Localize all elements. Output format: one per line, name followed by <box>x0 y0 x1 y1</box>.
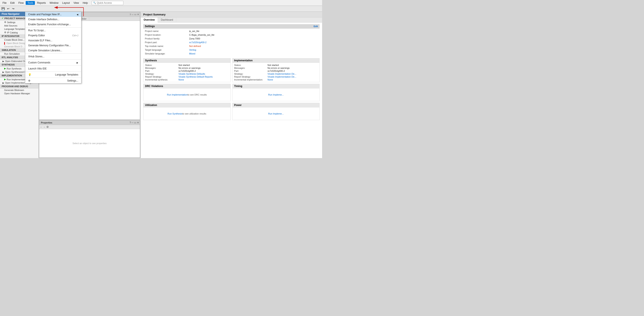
power-body: Run Impleme... <box>232 107 320 120</box>
close-icon-props[interactable]: ✕ <box>137 121 139 124</box>
impl-report-label: Report Strategy: <box>234 75 268 78</box>
summary-tabs: Overview Dashboard <box>141 17 322 22</box>
project-summary-panel: Project Summary Overview Dashboard Setti… <box>140 12 322 158</box>
props-nav: ← → <box>40 126 46 128</box>
impl-msg-value: No errors or warnings <box>268 67 318 69</box>
section-program-debug[interactable]: PROGRAM AND DEBUG <box>0 84 38 88</box>
impl-report-value[interactable]: Vivado Implementation De... <box>268 75 318 78</box>
nav-generate-bitstream[interactable]: Generate Bitstream <box>0 88 38 92</box>
synthesis-section: Synthesis Status: Not started Messages: … <box>143 58 231 82</box>
sim-lang-value[interactable]: Mixed <box>189 52 320 55</box>
restore-icon[interactable]: ▭ <box>134 13 136 16</box>
syn-part-value: xc7z020clg400-2 <box>178 70 229 72</box>
menu-help[interactable]: Help <box>81 1 90 5</box>
impl-part-value: xc7z020clg400-2 <box>268 70 318 72</box>
property-editor-shortcut: Ctrl+J <box>72 34 78 37</box>
utilization-section: Utilization Run Synthesis to see utiliza… <box>143 103 231 120</box>
menu-generate-memory[interactable]: Generate Memory Configuration File... <box>25 43 81 48</box>
menu-launch-vitis[interactable]: Launch Vitis IDE <box>25 66 81 71</box>
search-input[interactable] <box>97 1 122 4</box>
menu-file[interactable]: File <box>1 1 8 5</box>
minimize-icon[interactable]: ─ <box>132 13 134 16</box>
summary-body: Settings Edit Project name: ip_axi_lite … <box>141 22 322 158</box>
nav-back-icon[interactable]: ← <box>40 126 42 128</box>
menu-tools[interactable]: Tools <box>26 1 35 5</box>
menu-window[interactable]: Window <box>48 1 60 5</box>
quick-access-search[interactable]: 🔍 <box>92 1 123 5</box>
syn-strategy-value[interactable]: Vivado Synthesis Defaults <box>178 73 229 75</box>
proj-loc-value: C:/fpga_share/ip_axi_lite <box>189 33 320 36</box>
menu-property-editor[interactable]: Property Editor Ctrl+J <box>25 33 81 38</box>
power-run-link[interactable]: Run Impleme... <box>268 112 284 115</box>
power-section: Power Run Impleme... <box>232 103 320 120</box>
undo-button[interactable]: ↩ <box>6 6 10 11</box>
syn-status-label: Status: <box>145 64 178 66</box>
impl-strategy-row: Strategy: Vivado Implementation De... <box>234 72 318 75</box>
synthesis-title: Synthesis <box>144 58 230 63</box>
tab-overview[interactable]: Overview <box>141 17 158 22</box>
impl-incr-row: Incremental implementation: None <box>234 78 318 81</box>
timing-section: Timing Run Impleme... <box>232 84 320 101</box>
menu-view[interactable]: View <box>72 1 80 5</box>
sim-lang-label: Simulator language: <box>143 52 189 55</box>
impl-strategy-value[interactable]: Vivado Implementation De... <box>268 73 318 75</box>
menu-edit[interactable]: Edit <box>8 1 16 5</box>
properties-buttons: ? ─ ▭ ✕ <box>130 121 139 124</box>
menu-enable-dynamic[interactable]: Enable Dynamic Function eXchange... <box>25 22 81 27</box>
impl-incr-label: Incremental implementation: <box>234 78 268 81</box>
menu-flow[interactable]: Flow <box>17 1 25 5</box>
restore-icon-props[interactable]: ▭ <box>134 121 136 124</box>
gear-icon: ⚙ <box>4 21 6 23</box>
implementation-title: Implementation <box>232 58 320 63</box>
menu-create-package-ip[interactable]: Create and Package New IP... ◀ <box>25 12 81 17</box>
syn-report-strategy-row: Report Strategy: Vivado Synthesis Defaul… <box>145 75 229 78</box>
syn-part-row: Part: xc7z020clg400-2 <box>145 69 229 72</box>
menu-associate-elf[interactable]: Associate ELF Files... <box>25 38 81 43</box>
menu-create-interface[interactable]: Create Interface Definition... <box>25 17 81 22</box>
implementation-body: Status: Not started Messages: No errors … <box>232 63 320 82</box>
settings-edit-link[interactable]: Edit <box>314 25 318 27</box>
gear-icon-props[interactable]: ⚙ <box>46 125 49 128</box>
save-button[interactable]: 💾 <box>1 6 6 11</box>
drc-run-link[interactable]: Run Implementation <box>167 93 188 96</box>
timing-message: Run Impleme... <box>234 89 318 100</box>
proj-name-label: Project name: <box>143 29 189 33</box>
util-run-link[interactable]: Run Synthesis <box>168 112 182 115</box>
impl-status-value: Not started <box>268 64 318 66</box>
power-title: Power <box>232 103 320 107</box>
power-message: Run Impleme... <box>234 108 318 119</box>
properties-titlebar: Properties ? ─ ▭ ✕ <box>39 120 140 125</box>
close-icon[interactable]: ✕ <box>137 13 139 16</box>
menu-compile-sim[interactable]: Compile Simulation Libraries... <box>25 48 81 53</box>
settings-section-header: Settings Edit <box>143 24 320 28</box>
tab-dashboard[interactable]: Dashboard <box>158 17 176 22</box>
settings-grid: Project name: ip_axi_lite Project locati… <box>143 28 320 56</box>
top-module-label: Top module name: <box>143 44 189 48</box>
impl-incr-value[interactable]: None <box>268 78 318 81</box>
syn-report-label: Report Strategy: <box>145 75 178 78</box>
question-icon-props[interactable]: ? <box>130 121 131 124</box>
menu-language-templates[interactable]: 💡 Language Templates <box>25 72 81 77</box>
arrow-icon-impl: ▶ <box>2 82 4 84</box>
syn-incr-value[interactable]: None <box>178 78 229 81</box>
nav-open-hardware-manager[interactable]: Open Hardware Manager <box>0 92 38 95</box>
question-icon[interactable]: ? <box>130 13 131 16</box>
timing-run-link[interactable]: Run Impleme... <box>268 93 284 96</box>
syn-strategy-label: Strategy: <box>145 73 178 75</box>
target-lang-value[interactable]: Verilog <box>189 48 320 51</box>
syn-report-value[interactable]: Vivado Synthesis Default Reports <box>178 75 229 78</box>
menu-run-tcl[interactable]: Run Tcl Script... <box>25 28 81 33</box>
menu-reports[interactable]: Reports <box>35 1 48 5</box>
gear-icon-menu: ⚙ <box>28 79 30 82</box>
menu-layout[interactable]: Layout <box>60 1 72 5</box>
minimize-icon-props[interactable]: ─ <box>132 121 134 124</box>
redo-button[interactable]: ↪ <box>11 6 16 11</box>
proj-part-value[interactable]: xc7z020clg400-2 <box>189 41 320 44</box>
impl-msg-row: Messages: No errors or warnings <box>234 66 318 69</box>
menu-custom-commands[interactable]: Custom Commands ▶ <box>25 60 81 65</box>
impl-status-row: Status: Not started <box>234 64 318 66</box>
menu-settings[interactable]: ⚙ Settings... <box>25 78 81 83</box>
menu-xhub-stores[interactable]: XHub Stores... <box>25 54 81 59</box>
nav-forward-icon[interactable]: → <box>43 126 46 128</box>
top-module-value[interactable]: Not defined <box>189 44 320 48</box>
